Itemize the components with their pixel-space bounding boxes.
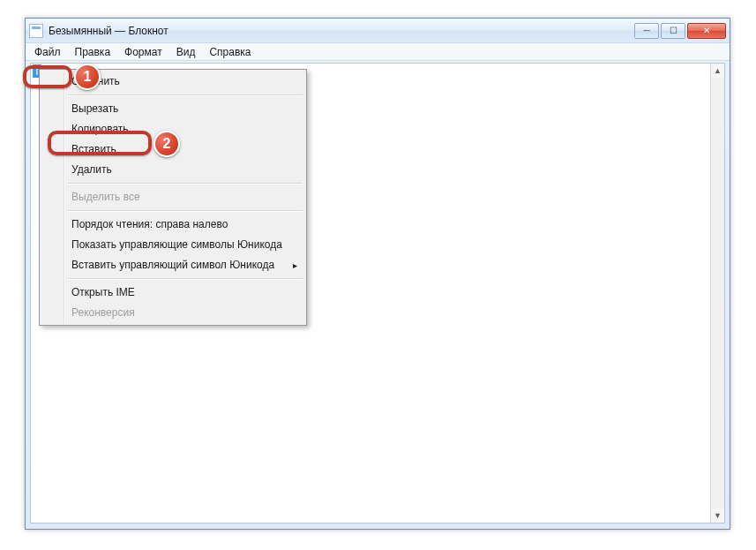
window-title: Безымянный — Блокнот [49,25,634,37]
menu-view[interactable]: Вид [169,43,203,60]
menu-file[interactable]: Файл [27,43,68,60]
ctx-delete[interactable]: Удалить [41,160,304,180]
ctx-show-unicode-ctrl[interactable]: Показать управляющие символы Юникода [41,235,304,255]
ctx-separator [68,278,303,280]
notepad-icon [29,24,43,38]
ctx-cut[interactable]: Вырезать [41,99,304,119]
ctx-reconversion[interactable]: Реконверсия [41,303,304,323]
ctx-separator [68,94,303,96]
maximize-button[interactable]: ☐ [661,23,685,39]
menu-help[interactable]: Справка [202,43,258,60]
window-controls: ─ ☐ ✕ [634,23,726,39]
ctx-separator [68,183,303,185]
menu-format[interactable]: Формат [117,43,169,60]
ctx-select-all[interactable]: Выделить все [41,187,304,207]
scroll-up-arrow-icon[interactable]: ▲ [711,64,724,78]
close-button[interactable]: ✕ [687,23,726,39]
scroll-track[interactable] [711,78,724,509]
titlebar[interactable]: Безымянный — Блокнот ─ ☐ ✕ [26,19,730,43]
menubar: Файл Правка Формат Вид Справка [26,43,730,61]
ctx-paste[interactable]: Вставить [41,139,304,160]
ctx-open-ime[interactable]: Открыть IME [41,283,304,303]
ctx-separator [68,210,303,212]
menu-edit[interactable]: Правка [68,43,118,60]
ctx-copy[interactable]: Копировать [41,119,304,139]
scroll-down-arrow-icon[interactable]: ▼ [711,509,724,523]
ctx-undo[interactable]: Отменить [41,72,304,92]
ctx-reading-order[interactable]: Порядок чтения: справа налево [41,215,304,235]
minimize-button[interactable]: ─ [634,23,659,39]
vertical-scrollbar[interactable]: ▲ ▼ [710,64,724,523]
context-menu: Отменить Вырезать Копировать Вставить Уд… [39,69,307,326]
ctx-insert-unicode-ctrl[interactable]: Вставить управляющий символ Юникода [41,255,304,275]
